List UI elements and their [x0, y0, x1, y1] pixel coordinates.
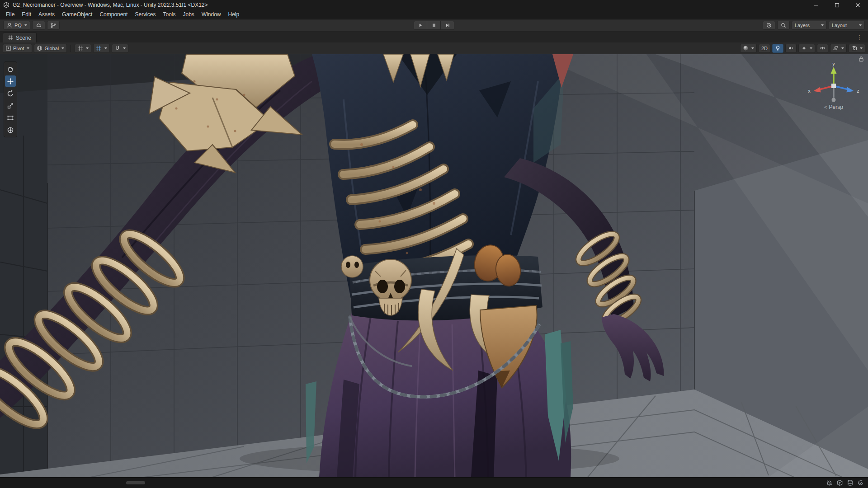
tool-handle-rotation-dropdown[interactable]: Global	[34, 44, 67, 53]
snap-increment-icon	[96, 45, 102, 51]
rect-tool-icon	[7, 114, 14, 122]
services-icon[interactable]	[847, 479, 854, 486]
chevron-down-icon	[24, 24, 27, 26]
pause-button[interactable]	[427, 21, 441, 30]
lock-icon[interactable]	[859, 56, 864, 62]
hand-tool-icon	[7, 66, 14, 73]
chevron-down-icon	[810, 47, 812, 49]
projection-toggle[interactable]: < Persp	[824, 104, 843, 110]
grid-visibility-dropdown[interactable]	[830, 44, 847, 53]
rect-tool-button[interactable]	[5, 112, 16, 123]
projection-label: Persp	[829, 104, 843, 110]
separator	[71, 45, 71, 52]
status-bar	[0, 477, 868, 488]
chevron-down-icon	[27, 47, 29, 49]
eye-icon	[820, 45, 826, 51]
tool-palette	[4, 61, 17, 137]
pivot-label: Pivot	[13, 46, 24, 51]
tab-scene-label: Scene	[16, 35, 31, 41]
cloud-button[interactable]	[32, 21, 45, 30]
status-icons	[826, 479, 864, 486]
chevron-left-icon: <	[824, 104, 827, 110]
tab-scene[interactable]: Scene	[3, 33, 37, 42]
notifications-off-icon[interactable]	[826, 479, 833, 486]
account-icon	[6, 22, 13, 28]
increment-snap-dropdown[interactable]	[93, 44, 110, 53]
menu-gameobject[interactable]: GameObject	[58, 10, 96, 19]
menu-tools[interactable]: Tools	[159, 10, 179, 19]
layers-dropdown[interactable]: Layers	[792, 21, 827, 30]
small-skull	[341, 256, 363, 277]
orientation-gizmo[interactable]: y x z < Persp	[806, 62, 862, 110]
play-controls	[414, 21, 454, 30]
menu-file[interactable]: File	[2, 10, 18, 19]
axis-y-label[interactable]: y	[832, 62, 835, 66]
snap-grid-icon	[77, 45, 83, 51]
menu-services[interactable]: Services	[131, 10, 159, 19]
grid-plane-icon	[833, 45, 839, 51]
chevron-down-icon	[123, 47, 126, 49]
undo-history-button[interactable]	[763, 21, 775, 30]
minimize-button[interactable]	[806, 0, 826, 10]
toolbar-right: Layers Layout	[763, 21, 865, 30]
lighting-toggle-button[interactable]	[772, 44, 783, 53]
search-icon	[780, 22, 787, 28]
menu-component[interactable]: Component	[96, 10, 131, 19]
status-progress	[126, 481, 145, 484]
scale-tool-button[interactable]	[5, 100, 16, 111]
pane-menu-icon[interactable]: ⋮	[856, 34, 867, 42]
transform-tool-button[interactable]	[5, 124, 16, 136]
snap-settings-dropdown[interactable]	[112, 44, 128, 53]
menu-assets[interactable]: Assets	[35, 10, 58, 19]
globe-icon	[37, 45, 42, 51]
chevron-down-icon	[86, 47, 89, 49]
step-button[interactable]	[441, 21, 454, 30]
branch-icon	[50, 22, 57, 28]
unity-logo-icon	[3, 2, 9, 8]
speaker-icon	[788, 45, 794, 51]
account-dropdown[interactable]: PQ	[3, 21, 30, 30]
axis-x-label[interactable]: x	[808, 88, 811, 94]
chevron-down-icon	[821, 24, 824, 26]
history-icon	[766, 22, 772, 28]
cloud-icon	[35, 22, 42, 28]
chevron-down-icon	[751, 47, 754, 49]
unity-window: G2_Necromancer - Overview - Windows, Mac…	[0, 0, 868, 488]
main-toolbar: PQ	[0, 19, 868, 32]
scene-visibility-button[interactable]	[817, 44, 828, 53]
scene-viewport[interactable]: y x z < Persp	[0, 54, 868, 477]
pane-tab-bar: Scene ⋮	[0, 32, 868, 42]
layout-dropdown[interactable]: Layout	[829, 21, 865, 30]
version-control-button[interactable]	[47, 21, 60, 30]
camera-settings-dropdown[interactable]	[849, 44, 865, 53]
close-button[interactable]	[847, 0, 868, 10]
scene-canvas[interactable]	[0, 54, 868, 477]
toggle-2d-button[interactable]: 2D	[759, 44, 770, 53]
2d-label: 2D	[761, 46, 768, 51]
pivot-icon	[5, 45, 11, 51]
draw-mode-dropdown[interactable]	[740, 44, 757, 53]
menu-window[interactable]: Window	[198, 10, 225, 19]
chevron-down-icon	[61, 47, 64, 49]
layers-label: Layers	[795, 23, 810, 28]
move-tool-button[interactable]	[5, 75, 16, 87]
play-button[interactable]	[414, 21, 427, 30]
menu-jobs[interactable]: Jobs	[179, 10, 198, 19]
scale-tool-icon	[7, 102, 14, 109]
hand-tool-button[interactable]	[5, 63, 16, 75]
package-manager-icon[interactable]	[836, 479, 843, 486]
maximize-button[interactable]	[826, 0, 847, 10]
axis-z-label[interactable]: z	[857, 88, 859, 94]
menu-edit[interactable]: Edit	[18, 10, 35, 19]
grid-snap-dropdown[interactable]	[75, 44, 91, 53]
background-tasks-icon[interactable]	[857, 479, 864, 486]
search-button[interactable]	[777, 21, 790, 30]
audio-toggle-button[interactable]	[785, 44, 797, 53]
menu-help[interactable]: Help	[225, 10, 243, 19]
title-bar: G2_Necromancer - Overview - Windows, Mac…	[0, 0, 868, 10]
scene-view-toolbar: Pivot Global	[0, 42, 868, 54]
chevron-down-icon	[104, 47, 107, 49]
effects-dropdown[interactable]	[798, 44, 815, 53]
tool-handle-position-dropdown[interactable]: Pivot	[3, 44, 32, 53]
rotate-tool-button[interactable]	[5, 88, 16, 99]
